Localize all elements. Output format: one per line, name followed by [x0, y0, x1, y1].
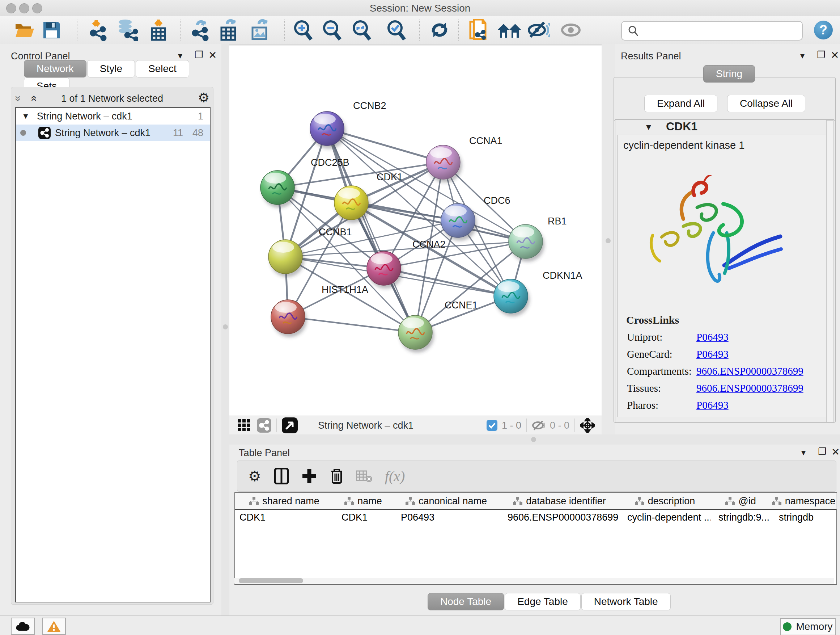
node-RB1[interactable]: [508, 225, 545, 262]
left-splitter-handle[interactable]: [223, 325, 228, 329]
help-icon[interactable]: ?: [814, 16, 833, 44]
table-cell[interactable]: P06493: [393, 510, 500, 525]
edge-CCNA2-CDKN1A[interactable]: [384, 268, 511, 296]
node-CDKN1A[interactable]: [494, 279, 530, 317]
show-columns-icon[interactable]: [274, 468, 289, 485]
crosslink-link[interactable]: P06493: [696, 399, 729, 411]
zoom-fit-icon[interactable]: [352, 16, 373, 44]
left-splitter[interactable]: [221, 44, 229, 616]
table-hscrollbar-thumb[interactable]: [239, 578, 303, 583]
node-HIST1H1A[interactable]: [271, 300, 307, 337]
grid-view-icon[interactable]: [238, 419, 250, 432]
crosslink-link[interactable]: P06493: [696, 348, 729, 360]
expand-all-button[interactable]: Expand All: [644, 95, 717, 112]
crosslink-link[interactable]: 9606.ENSP00000378699: [696, 382, 804, 394]
tab-select[interactable]: Select: [136, 60, 189, 78]
crosslink-link[interactable]: 9606.ENSP00000378699: [696, 365, 804, 377]
import-table-file-icon[interactable]: [148, 16, 169, 44]
zoom-out-icon[interactable]: [322, 16, 343, 44]
column-header-@id[interactable]: @id: [711, 493, 771, 510]
right-splitter[interactable]: [602, 44, 615, 434]
table-panel-close-icon[interactable]: ✕: [831, 446, 840, 458]
zoom-selected-icon[interactable]: [386, 16, 407, 44]
zoom-in-icon[interactable]: [293, 16, 314, 44]
network-collection-row[interactable]: ▼ String Network – cdk1 1: [16, 108, 210, 125]
tab-network[interactable]: Network: [24, 60, 87, 78]
export-network-icon[interactable]: [189, 16, 212, 44]
string-network-graph[interactable]: CCNB2CCNA1CDC25BCDK1CDC6RB1CCNB1CCNA2CDK…: [229, 46, 602, 416]
show-details-eye-icon[interactable]: [560, 16, 583, 44]
import-network-database-icon[interactable]: [115, 16, 138, 44]
control-panel-menu-icon[interactable]: ▾: [178, 51, 182, 61]
tab-edge-table[interactable]: Edge Table: [505, 593, 581, 610]
results-scrollbar[interactable]: [826, 120, 834, 422]
open-session-icon[interactable]: [14, 16, 35, 44]
tab-network-table[interactable]: Network Table: [581, 593, 671, 610]
column-header-canonical-name[interactable]: canonical name: [393, 493, 500, 510]
function-builder-icon[interactable]: f(x): [385, 468, 405, 485]
network-canvas[interactable]: CCNB2CCNA1CDC25BCDK1CDC6RB1CCNB1CCNA2CDK…: [229, 46, 602, 416]
column-header-database-identifier[interactable]: database identifier: [500, 493, 620, 510]
node-table[interactable]: shared nameCDK1nameCDK1canonical nameP06…: [234, 492, 837, 585]
results-panel-close-icon[interactable]: ✕: [831, 49, 839, 61]
tab-node-table[interactable]: Node Table: [428, 593, 504, 610]
hidden-eye-slash-icon[interactable]: [532, 420, 546, 431]
table-cell[interactable]: stringdb: [771, 510, 836, 525]
network-from-selection-icon[interactable]: [467, 16, 489, 44]
table-panel-float-icon[interactable]: ❐: [818, 446, 826, 457]
tab-string[interactable]: String: [703, 65, 755, 82]
table-cell[interactable]: 9606.ENSP00000378699: [500, 510, 619, 525]
network-row-selected[interactable]: String Network – cdk1 11 48: [16, 125, 210, 141]
birds-eye-toggle-icon[interactable]: [282, 417, 298, 433]
export-table-icon[interactable]: [218, 16, 240, 44]
cdk1-collapse-icon[interactable]: ▼: [644, 122, 653, 132]
control-panel-close-icon[interactable]: ✕: [208, 49, 217, 61]
refresh-icon[interactable]: [429, 16, 450, 44]
column-header-shared-name[interactable]: shared name: [235, 493, 334, 510]
node-CCNA2[interactable]: [367, 251, 403, 288]
collapse-all-button[interactable]: Collapse All: [727, 95, 805, 112]
node-CDK1[interactable]: [334, 186, 370, 223]
table-cell[interactable]: stringdb:9...: [711, 510, 771, 525]
node-CDC25B[interactable]: [261, 171, 296, 208]
results-panel-menu-icon[interactable]: ▾: [800, 51, 805, 61]
tab-style[interactable]: Style: [87, 60, 135, 78]
warning-button[interactable]: [42, 618, 66, 635]
pan-crosshair-icon[interactable]: [580, 418, 595, 433]
table-settings-gear-icon[interactable]: ⚙: [248, 468, 261, 485]
horizontal-splitter[interactable]: [229, 434, 840, 445]
edge-CCNA1-CDC25B[interactable]: [278, 162, 443, 187]
column-header-name[interactable]: name: [333, 493, 393, 510]
table-cell[interactable]: cyclin-dependent ...: [619, 510, 711, 525]
table-cell[interactable]: CDK1: [333, 510, 393, 525]
node-CCNA1[interactable]: [426, 145, 462, 182]
control-panel-float-icon[interactable]: ❐: [195, 49, 203, 60]
import-network-file-icon[interactable]: [87, 16, 109, 44]
hide-details-eye-slash-icon[interactable]: [527, 16, 550, 44]
table-cell[interactable]: CDK1: [235, 510, 333, 525]
selected-checkbox-icon[interactable]: [486, 420, 497, 431]
houses-icon[interactable]: [497, 16, 522, 44]
column-header-description[interactable]: description: [619, 493, 711, 510]
table-hscrollbar[interactable]: [234, 578, 834, 584]
toolbar-search-box[interactable]: [621, 21, 803, 41]
edge-CCNE1-HIST1H1A[interactable]: [288, 317, 415, 333]
memory-button[interactable]: Memory: [780, 618, 836, 635]
cloud-button[interactable]: [11, 618, 35, 635]
search-input[interactable]: [642, 25, 799, 37]
right-splitter-handle[interactable]: [606, 238, 611, 243]
table-panel-menu-icon[interactable]: ▾: [801, 448, 806, 458]
delete-table-icon[interactable]: [356, 470, 373, 483]
crosslink-link[interactable]: P06493: [696, 331, 729, 343]
network-view-share-icon[interactable]: [257, 418, 271, 432]
column-header-namespace[interactable]: namespace: [771, 493, 837, 510]
node-CDC6[interactable]: [441, 203, 477, 241]
network-options-gear-icon[interactable]: ⚙: [198, 90, 210, 105]
delete-column-trash-icon[interactable]: [330, 468, 344, 485]
results-panel-float-icon[interactable]: ❐: [817, 49, 825, 60]
collection-collapse-icon[interactable]: ▼: [22, 111, 30, 121]
export-image-icon[interactable]: [249, 16, 271, 44]
save-session-icon[interactable]: [43, 16, 61, 44]
horizontal-splitter-handle[interactable]: [531, 437, 536, 442]
add-column-icon[interactable]: [302, 469, 317, 484]
